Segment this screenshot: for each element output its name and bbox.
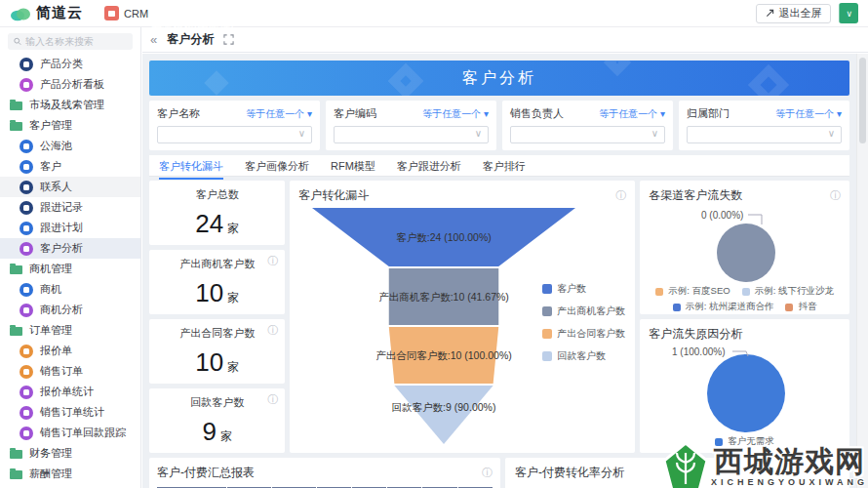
funnel-card: 客户转化漏斗 ⓘ 客户数:24 (100.00%)产出商机客户数:10 (41.… xyxy=(290,181,635,453)
sidebar-search[interactable] xyxy=(8,33,133,50)
sidebar-item-客户管理[interactable]: 客户管理 xyxy=(0,115,140,136)
install-template-button[interactable]: 安装模板(带数据) ∨ xyxy=(839,3,858,23)
funnel-legend: 客户数产出商机客户数产出合同客户数回款客户数 xyxy=(542,282,625,363)
kpi-value: 24家 xyxy=(195,209,239,239)
payment-summary-info-icon[interactable]: ⓘ xyxy=(482,468,493,478)
kpi-info-icon[interactable]: ⓘ xyxy=(267,394,278,405)
exit-fullscreen-icon xyxy=(766,9,774,18)
module-icon xyxy=(20,386,33,399)
legend-item-抖音[interactable]: 抖音 xyxy=(785,301,816,313)
scrollbar-thumb[interactable] xyxy=(859,58,866,143)
sidebar-item-label: 商机管理 xyxy=(29,262,72,276)
legend-item-示例: 线下行业沙龙[interactable]: 示例: 线下行业沙龙 xyxy=(742,285,834,298)
sidebar-item-公海池[interactable]: 公海池 xyxy=(0,136,140,156)
filter-operator-link[interactable]: 等于任意一个 ▾ xyxy=(599,107,665,121)
channel-loss-legend: 示例: 百度SEO示例: 线下行业沙龙示例: 杭州渠道商合作抖音示例: 产品发布… xyxy=(640,285,849,314)
kpi-title: 回款客户数 xyxy=(190,395,244,410)
sidebar-item-订单管理[interactable]: 订单管理 xyxy=(0,320,140,341)
sidebar-item-跟进记录[interactable]: 跟进记录 xyxy=(0,197,140,218)
install-template-caret-icon[interactable]: ∨ xyxy=(839,3,858,23)
sidebar-item-商机管理[interactable]: 商机管理 xyxy=(0,259,140,279)
sidebar-item-label: 商机 xyxy=(40,282,61,297)
chevron-down-icon: ∨ xyxy=(828,128,835,139)
sidebar-item-客户[interactable]: 客户 xyxy=(0,156,140,177)
sidebar-item-label: 报价单统计 xyxy=(40,385,94,399)
sidebar-item-label: 销售订单统计 xyxy=(40,405,104,420)
site-watermark: 西城游戏网 XICHENGYOUXIWANG xyxy=(660,441,868,488)
module-icon xyxy=(20,160,33,174)
sidebar-item-报价单统计[interactable]: 报价单统计 xyxy=(0,382,140,402)
legend-item-示例: 百度SEO[interactable]: 示例: 百度SEO xyxy=(655,285,730,298)
exit-fullscreen-button[interactable]: 退出全屏 xyxy=(756,4,831,23)
funnel-info-icon[interactable]: ⓘ xyxy=(615,190,626,201)
sidebar-item-销售订单[interactable]: 销售订单 xyxy=(0,361,140,382)
legend-item-回款客户数[interactable]: 回款客户数 xyxy=(542,349,625,363)
folder-icon xyxy=(10,102,22,110)
folder-icon xyxy=(10,122,22,131)
watermark-text: 西城游戏网 xyxy=(714,447,865,476)
loss-reason-card: 客户流失原因分析 1 (100.00%) 客户无需求 xyxy=(640,319,849,453)
channel-loss-pie-chart: 0 (0.00%) xyxy=(640,204,849,284)
sidebar-item-产品分类[interactable]: 产品分类 xyxy=(0,54,140,74)
tab-客户转化漏斗[interactable]: 客户转化漏斗 xyxy=(159,159,223,180)
legend-item-产出合同客户数[interactable]: 产出合同客户数 xyxy=(542,327,625,341)
sidebar-item-产品分析看板[interactable]: 产品分析看板 xyxy=(0,74,140,95)
filter-客户编码: 客户编码等于任意一个 ▾∨ xyxy=(326,101,496,150)
module-icon xyxy=(20,304,33,317)
sidebar-menu: 产品分类产品分析看板市场及线索管理客户管理公海池客户联系人跟进记录跟进计划客户分… xyxy=(0,54,140,484)
sidebar-item-市场及线索管理[interactable]: 市场及线索管理 xyxy=(0,95,140,115)
tab-RFM模型[interactable]: RFM模型 xyxy=(331,159,375,180)
kpi-card-回款客户数: ⓘ回款客户数9家 xyxy=(149,388,285,453)
kpi-info-icon[interactable]: ⓘ xyxy=(267,256,278,266)
svg-text:产出合同客户数:10 (100.00%): 产出合同客户数:10 (100.00%) xyxy=(376,349,512,361)
filter-operator-link[interactable]: 等于任意一个 ▾ xyxy=(246,107,312,121)
tab-客户画像分析[interactable]: 客户画像分析 xyxy=(245,159,309,180)
crm-app-label: CRM xyxy=(124,8,148,20)
module-icon xyxy=(20,242,33,256)
filter-销售负责人: 销售负责人等于任意一个 ▾∨ xyxy=(502,101,673,150)
payment-summary-title: 客户-付费汇总报表 xyxy=(157,465,255,481)
sidebar-item-销售订单回款跟踪[interactable]: 销售订单回款跟踪 xyxy=(0,423,140,443)
sidebar-item-商机分析[interactable]: 商机分析 xyxy=(0,300,140,320)
kpi-value: 9家 xyxy=(202,417,231,447)
legend-item-产出商机客户数[interactable]: 产出商机客户数 xyxy=(542,305,625,318)
channel-loss-info-icon[interactable]: ⓘ xyxy=(830,190,841,201)
module-icon xyxy=(20,406,33,420)
sidebar-item-财务管理[interactable]: 财务管理 xyxy=(0,443,140,464)
legend-item-示例: 杭州渠道商合作[interactable]: 示例: 杭州渠道商合作 xyxy=(673,301,774,313)
sidebar-item-销售订单统计[interactable]: 销售订单统计 xyxy=(0,402,140,423)
kpi-value: 10家 xyxy=(195,347,239,378)
search-input[interactable] xyxy=(25,36,127,47)
sidebar-item-报价单[interactable]: 报价单 xyxy=(0,341,140,361)
conversion-rate-title: 客户-付费转化率分析 xyxy=(515,465,624,481)
tab-客户排行[interactable]: 客户排行 xyxy=(483,159,526,180)
sidebar-item-联系人[interactable]: 联系人 xyxy=(0,177,140,197)
module-icon xyxy=(20,365,33,379)
module-icon xyxy=(20,201,33,215)
filter-operator-link[interactable]: 等于任意一个 ▾ xyxy=(775,107,842,121)
svg-text:回款客户数:9 (90.00%): 回款客户数:9 (90.00%) xyxy=(392,401,496,413)
sidebar-item-客户分析[interactable]: 客户分析 xyxy=(0,238,140,259)
sidebar-item-跟进计划[interactable]: 跟进计划 xyxy=(0,218,140,238)
sidebar-item-商机[interactable]: 商机 xyxy=(0,279,140,300)
svg-text:1 (100.00%): 1 (100.00%) xyxy=(672,346,725,357)
kpi-info-icon[interactable]: ⓘ xyxy=(267,325,278,336)
brand-name: 简道云 xyxy=(36,4,83,22)
filter-select[interactable]: ∨ xyxy=(687,126,842,143)
filter-operator-link[interactable]: 等于任意一个 ▾ xyxy=(422,107,489,121)
sidebar-item-薪酬管理[interactable]: 薪酬管理 xyxy=(0,464,140,484)
sidebar-item-label: 公海池 xyxy=(40,139,72,153)
kpi-title: 产出合同客户数 xyxy=(179,326,255,341)
sidebar-item-label: 市场及线索管理 xyxy=(29,98,104,112)
sidebar-item-label: 商机分析 xyxy=(40,303,83,317)
filter-label: 客户编码 xyxy=(334,106,376,121)
legend-item-客户数[interactable]: 客户数 xyxy=(542,282,625,296)
sidebar-item-label: 跟进计划 xyxy=(40,221,83,235)
fullscreen-expand-icon[interactable] xyxy=(223,34,234,45)
filter-select[interactable]: ∨ xyxy=(157,126,312,143)
crm-app-icon xyxy=(104,6,119,20)
tab-客户跟进分析[interactable]: 客户跟进分析 xyxy=(397,159,461,180)
sidebar-item-label: 产品分析看板 xyxy=(40,77,104,92)
filter-select[interactable]: ∨ xyxy=(334,126,489,143)
filter-select[interactable]: ∨ xyxy=(510,126,665,143)
